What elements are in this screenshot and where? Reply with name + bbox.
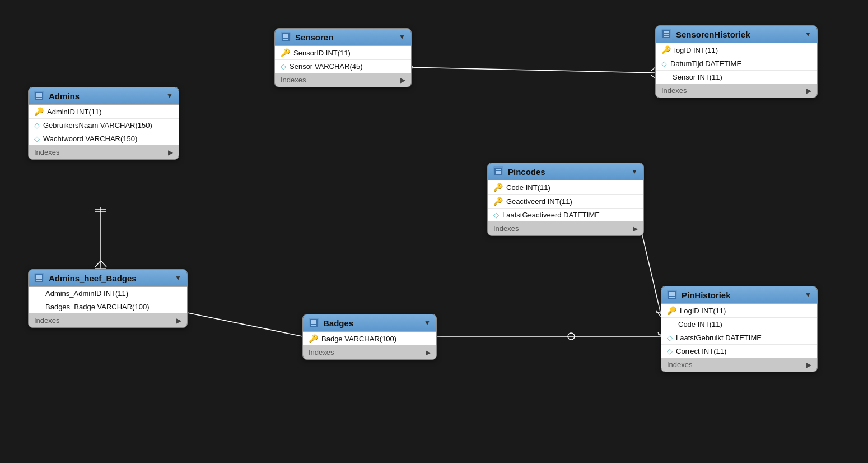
table-admins[interactable]: Admins ▼ 🔑 AdminID INT(11) ◇ GebruikersN… <box>28 87 179 160</box>
table-row: 🔑 Geactiveerd INT(11) <box>488 195 643 209</box>
svg-rect-50 <box>669 297 675 298</box>
svg-line-10 <box>95 261 101 267</box>
table-row: ◇ DatumTijd DATETIME <box>656 57 817 71</box>
table-pincodes-footer[interactable]: Indexes ▶ <box>488 221 643 235</box>
field-text: DatumTijd DATETIME <box>670 59 741 68</box>
table-admins-title: Admins <box>49 91 80 101</box>
table-admins-heef-badges-footer[interactable]: Indexes ▶ <box>29 313 187 327</box>
table-sensoren[interactable]: Sensoren ▼ 🔑 SensorID INT(11) ◇ Sensor V… <box>274 28 412 87</box>
table-pinhistoriek-body: 🔑 LogID INT(11) Code INT(11) ◇ LaatstGeb… <box>661 304 817 358</box>
table-pincodes[interactable]: Pincodes ▼ 🔑 Code INT(11) 🔑 Geactiveerd … <box>487 163 644 236</box>
field-text: Sensor INT(11) <box>673 73 722 81</box>
footer-arrow-icon: ▶ <box>806 361 811 369</box>
table-row: 🔑 LogID INT(11) <box>661 304 817 318</box>
table-pinhistoriek-header[interactable]: PinHistoriek ▼ <box>661 286 817 304</box>
field-text: logID INT(11) <box>674 46 718 54</box>
table-admins-heef-badges-title: Admins_heef_Badges <box>49 274 137 283</box>
table-sensorenhistoriek-footer[interactable]: Indexes ▶ <box>656 84 817 98</box>
field-text: LaatstGeactiveerd DATETIME <box>502 211 600 219</box>
svg-rect-35 <box>283 39 288 40</box>
svg-line-0 <box>409 67 655 73</box>
table-badges-header[interactable]: Badges ▼ <box>303 314 436 332</box>
table-badges[interactable]: Badges ▼ 🔑 Badge VARCHAR(100) Indexes ▶ <box>302 314 437 360</box>
field-text: SensorID INT(11) <box>293 49 351 57</box>
table-admins-heef-badges[interactable]: Admins_heef_Badges ▼ Admins_AdminID INT(… <box>28 269 188 328</box>
svg-rect-46 <box>311 322 316 324</box>
table-sensorenhistoriek-title: SensorenHistoriek <box>676 30 750 39</box>
table-sensoren-body: 🔑 SensorID INT(11) ◇ Sensor VARCHAR(45) <box>275 46 411 73</box>
table-icon <box>661 29 671 39</box>
field-text: Correct INT(11) <box>676 347 726 355</box>
svg-line-22 <box>656 311 661 317</box>
diamond-icon: ◇ <box>34 121 40 129</box>
svg-rect-44 <box>36 280 42 281</box>
erd-canvas: Admins ▼ 🔑 AdminID INT(11) ◇ GebruikersN… <box>0 0 868 463</box>
field-text: Code INT(11) <box>506 183 550 192</box>
svg-line-11 <box>101 261 106 267</box>
dropdown-icon: ▼ <box>805 30 811 38</box>
table-admins-header[interactable]: Admins ▼ <box>29 87 179 105</box>
table-pinhistoriek[interactable]: PinHistoriek ▼ 🔑 LogID INT(11) Code INT(… <box>661 286 818 372</box>
table-sensoren-header[interactable]: Sensoren ▼ <box>275 29 411 46</box>
table-sensorenhistoriek-header[interactable]: SensorenHistoriek ▼ <box>656 26 817 43</box>
key-icon: 🔑 <box>667 306 676 315</box>
footer-arrow-icon: ▶ <box>400 76 405 84</box>
table-icon <box>493 166 503 177</box>
table-row: Code INT(11) <box>661 318 817 331</box>
table-icon <box>34 273 44 283</box>
field-text: LaatstGebruikt DATETIME <box>676 334 762 342</box>
field-text: GebruikersNaam VARCHAR(150) <box>43 121 152 129</box>
table-row: ◇ Wachtwoord VARCHAR(150) <box>29 132 179 145</box>
table-sensoren-footer[interactable]: Indexes ▶ <box>275 73 411 87</box>
table-sensoren-title: Sensoren <box>295 33 333 42</box>
field-text: AdminID INT(11) <box>47 108 102 116</box>
svg-rect-31 <box>36 95 42 97</box>
dropdown-icon: ▼ <box>175 274 181 282</box>
field-text: LogID INT(11) <box>680 307 726 315</box>
svg-rect-40 <box>496 171 501 173</box>
svg-rect-36 <box>664 31 669 33</box>
table-row: Badges_Badge VARCHAR(100) <box>29 300 187 313</box>
field-text: Badges_Badge VARCHAR(100) <box>45 303 149 311</box>
svg-line-5 <box>651 67 655 71</box>
field-text: Code INT(11) <box>678 320 722 328</box>
field-text: Wachtwoord VARCHAR(150) <box>43 135 137 143</box>
table-badges-footer[interactable]: Indexes ▶ <box>303 345 436 359</box>
field-text: Geactiveerd INT(11) <box>506 197 572 206</box>
table-badges-title: Badges <box>323 318 353 328</box>
indexes-label: Indexes <box>34 148 60 156</box>
svg-rect-49 <box>669 294 675 296</box>
indexes-label: Indexes <box>34 316 60 325</box>
svg-rect-43 <box>36 277 42 279</box>
svg-line-13 <box>179 311 302 336</box>
table-row: Admins_AdminID INT(11) <box>29 287 187 300</box>
table-icon <box>667 290 677 300</box>
indexes-label: Indexes <box>309 348 334 356</box>
svg-rect-41 <box>496 173 501 174</box>
key-icon: 🔑 <box>281 48 290 57</box>
footer-arrow-icon: ▶ <box>426 349 431 356</box>
footer-arrow-icon: ▶ <box>168 149 173 156</box>
table-admins-heef-badges-header[interactable]: Admins_heef_Badges ▼ <box>29 270 187 287</box>
table-pincodes-header[interactable]: Pincodes ▼ <box>488 163 643 180</box>
svg-rect-42 <box>36 275 42 277</box>
table-row: ◇ Sensor VARCHAR(45) <box>275 60 411 73</box>
svg-rect-34 <box>283 36 288 38</box>
key-icon: 🔑 <box>34 107 44 116</box>
svg-rect-37 <box>664 34 669 35</box>
indexes-label: Indexes <box>281 76 306 84</box>
svg-rect-47 <box>311 325 316 326</box>
table-pinhistoriek-footer[interactable]: Indexes ▶ <box>661 358 817 372</box>
diamond-icon: ◇ <box>661 59 667 68</box>
key-icon: 🔑 <box>493 183 503 192</box>
table-admins-footer[interactable]: Indexes ▶ <box>29 145 179 159</box>
svg-rect-33 <box>283 34 288 36</box>
table-pincodes-body: 🔑 Code INT(11) 🔑 Geactiveerd INT(11) ◇ L… <box>488 180 643 221</box>
table-row: 🔑 Code INT(11) <box>488 180 643 195</box>
table-badges-body: 🔑 Badge VARCHAR(100) <box>303 332 436 345</box>
table-admins-body: 🔑 AdminID INT(11) ◇ GebruikersNaam VARCH… <box>29 105 179 145</box>
dropdown-icon: ▼ <box>424 319 431 327</box>
svg-point-26 <box>568 333 575 340</box>
table-sensorenhistoriek[interactable]: SensorenHistoriek ▼ 🔑 logID INT(11) ◇ Da… <box>655 25 818 98</box>
table-icon <box>34 91 44 101</box>
